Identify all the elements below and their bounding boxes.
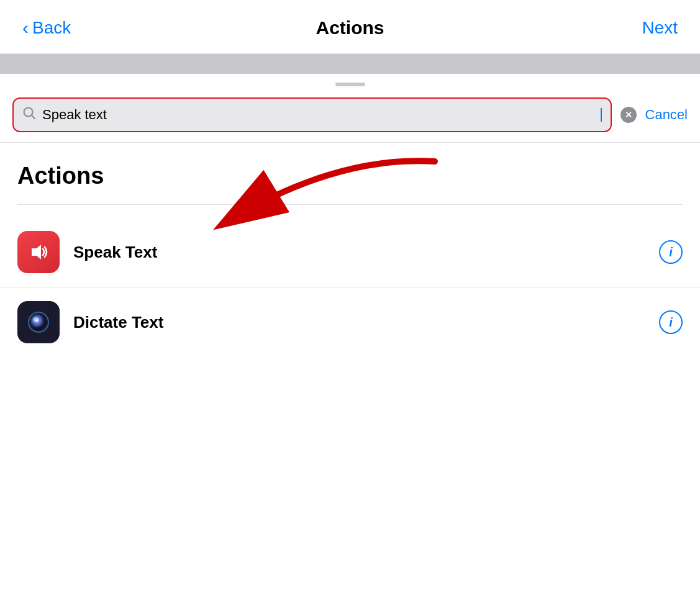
siri-icon-svg (22, 306, 55, 338)
actions-section: Actions (0, 143, 700, 217)
page-title: Actions (316, 17, 384, 38)
gray-separator (0, 54, 700, 74)
info-icon: i (669, 246, 673, 258)
list-item-dictate-text[interactable]: Dictate Text i (0, 287, 700, 357)
speak-text-icon (17, 231, 60, 273)
drag-handle-wrapper (0, 74, 700, 92)
next-button[interactable]: Next (642, 18, 678, 38)
section-title: Actions (17, 163, 104, 189)
nav-bar: ‹ Back Actions Next (0, 0, 700, 54)
search-row: Speak text ✕ Cancel (0, 92, 700, 142)
dictate-text-info-button[interactable]: i (659, 310, 683, 334)
back-label: Back (32, 18, 71, 38)
svg-marker-2 (32, 245, 41, 259)
svg-line-1 (32, 115, 35, 119)
speaker-icon-svg (27, 240, 50, 264)
list-item-speak-text[interactable]: Speak Text i (0, 217, 700, 287)
svg-point-7 (33, 317, 39, 322)
search-box[interactable]: Speak text (12, 97, 612, 132)
speak-text-label: Speak Text (73, 243, 645, 262)
bottom-sheet: Speak text ✕ Cancel Actions Speak Text i (0, 74, 700, 357)
back-button[interactable]: ‹ Back (22, 17, 71, 38)
cancel-button[interactable]: Cancel (645, 107, 688, 123)
text-cursor (601, 108, 602, 122)
back-chevron-icon: ‹ (22, 17, 29, 38)
speak-text-info-button[interactable]: i (659, 240, 683, 264)
dictate-text-label: Dictate Text (73, 313, 645, 332)
info-icon-2: i (669, 316, 673, 328)
search-input-value: Speak text (42, 107, 593, 123)
clear-icon: ✕ (625, 111, 632, 119)
section-divider (17, 204, 683, 205)
clear-search-button[interactable]: ✕ (620, 107, 637, 123)
dictate-text-icon (17, 301, 60, 343)
svg-point-6 (30, 314, 47, 330)
drag-handle (335, 83, 365, 86)
search-icon (22, 106, 36, 124)
